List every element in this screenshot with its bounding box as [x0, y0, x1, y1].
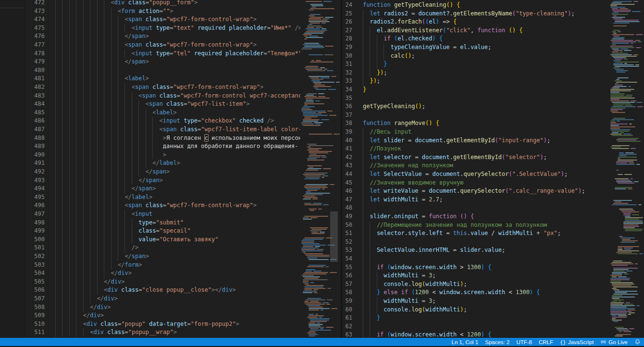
code-line[interactable]: <span class="wpcf7-form-control wpcf7-ac… [55, 92, 341, 100]
code-line[interactable]: } [363, 60, 644, 69]
code-line[interactable] [363, 255, 644, 263]
code-line[interactable]: </span> [55, 176, 341, 185]
code-line[interactable]: </span> [55, 58, 341, 66]
scrollbar-slider[interactable] [330, 211, 338, 262]
code-line[interactable]: if (el.checked) { [363, 35, 644, 43]
line-number[interactable]: 56 [342, 272, 352, 280]
line-number[interactable]: 476 [25, 32, 45, 41]
line-number[interactable]: 29 [342, 43, 352, 52]
line-number[interactable]: 57 [342, 280, 352, 289]
code-line[interactable]: selector.style.left = this.value / width… [363, 229, 644, 238]
code-line[interactable]: <form action=""> [55, 7, 341, 16]
line-number[interactable]: 27 [342, 26, 352, 35]
line-number[interactable]: 30 [342, 52, 352, 61]
code-line[interactable]: //Позунок [363, 145, 644, 153]
line-number[interactable]: 35 [342, 94, 352, 103]
code-line[interactable]: <span class="wpcf7-form-control-wrap"> [55, 15, 341, 24]
code-line[interactable]: console.log(widthMulti); [363, 306, 644, 314]
line-number[interactable]: 45 [342, 179, 352, 187]
code-line[interactable]: </span> [55, 185, 341, 193]
line-number[interactable]: 48 [342, 204, 352, 212]
code-line[interactable] [363, 322, 644, 331]
code-line[interactable]: radios2.forEach((el) => { [363, 18, 644, 26]
code-line[interactable]: value="Оставить завяку" [55, 235, 341, 244]
code-line[interactable]: class="specail" [55, 227, 341, 235]
line-number[interactable]: 47 [342, 196, 352, 204]
line-number[interactable]: 486 [25, 117, 45, 125]
line-number[interactable]: 491 [25, 159, 45, 168]
line-number[interactable]: 50 [342, 221, 352, 230]
code-line[interactable]: function rangeMove() { [363, 119, 644, 128]
line-number[interactable]: 28 [342, 35, 352, 43]
line-number[interactable]: 489 [25, 142, 45, 151]
code-line[interactable]: <div class="popup__wrap"> [55, 328, 341, 337]
status-cursor-position[interactable]: Ln 1, Col 1 [448, 338, 482, 346]
line-number[interactable]: 37 [342, 111, 352, 120]
line-number[interactable]: 497 [25, 210, 45, 219]
minimap[interactable] [300, 0, 341, 338]
code-line[interactable]: } [363, 86, 644, 94]
code-line[interactable] [363, 238, 644, 247]
line-number[interactable]: 49 [342, 212, 352, 221]
line-number[interactable]: 53 [342, 246, 352, 255]
line-number[interactable]: 36 [342, 102, 352, 111]
code-line[interactable] [55, 66, 341, 75]
code-line[interactable]: </div> [55, 278, 341, 286]
line-number[interactable]: 39 [342, 128, 352, 136]
notifications-bell[interactable] [631, 338, 644, 346]
code-line[interactable]: <input type="text" required placeholder=… [55, 24, 341, 33]
code-line[interactable]: el.addEventListener("click", function ()… [363, 26, 644, 35]
code-line[interactable]: if (window.screen.width > 1300) { [363, 263, 644, 272]
line-number[interactable]: 482 [25, 83, 45, 92]
line-number[interactable]: 499 [25, 227, 45, 235]
code-line[interactable]: calc(); [363, 52, 644, 61]
code-line[interactable]: /> [55, 244, 341, 252]
code-line[interactable]: //Значение над ползунком [363, 161, 644, 170]
code-line[interactable]: let SelectValue = document.querySelector… [363, 170, 644, 179]
line-number[interactable]: 472 [25, 0, 45, 7]
code-line[interactable]: <div class="popup__form"> [55, 0, 341, 7]
line-number[interactable]: 51 [342, 229, 352, 238]
line-number[interactable]: 63 [342, 331, 352, 338]
code-line[interactable]: slider.oninput = function () { [363, 212, 644, 221]
code-line[interactable]: typeCleaningValue = el.value; [363, 43, 644, 52]
line-number[interactable]: 60 [342, 306, 352, 314]
line-number[interactable]: 52 [342, 238, 352, 247]
code-line[interactable]: <span class="wpcf7-form-control-wrap"> [55, 83, 341, 92]
code-line[interactable]: }); [363, 77, 644, 86]
line-number[interactable]: 478 [25, 50, 45, 58]
code-line[interactable] [363, 111, 644, 120]
code-line[interactable]: <span class="wpcf7-form-control-wrap"> [55, 201, 341, 210]
line-number[interactable]: 25 [342, 10, 352, 18]
line-number[interactable]: 488 [25, 134, 45, 143]
line-number[interactable]: 38 [342, 119, 352, 128]
line-number[interactable]: 42 [342, 153, 352, 162]
status-encoding[interactable]: UTF-8 [513, 338, 535, 346]
code-line[interactable]: let slider = document.getElementById("in… [363, 136, 644, 145]
line-number[interactable]: 496 [25, 201, 45, 210]
code-line[interactable]: </div> [55, 303, 341, 312]
line-number[interactable]: 54 [342, 255, 352, 263]
line-number[interactable]: 43 [342, 161, 352, 170]
code-line[interactable]: //Значение вводимое вручную [363, 179, 644, 187]
code-line[interactable]: </div> [55, 311, 341, 320]
code-line[interactable]: <div class="popup" data-target="form-pop… [55, 320, 341, 329]
line-number[interactable]: 475 [25, 24, 45, 33]
code-line[interactable]: //Весь input [363, 128, 644, 136]
line-number[interactable]: 32 [342, 69, 352, 77]
line-number[interactable]: 479 [25, 58, 45, 66]
line-number[interactable]: 62 [342, 322, 352, 331]
code-line[interactable]: getTypeCleaning(); [363, 102, 644, 111]
code-line[interactable]: function getTypeCleaning() { [363, 1, 644, 10]
code-line[interactable]: </form> [55, 261, 341, 270]
editor-group-right[interactable]: 24function getTypeCleaning() {25let radi… [342, 0, 644, 338]
code-line[interactable]: <input [55, 210, 341, 219]
line-number[interactable]: 61 [342, 314, 352, 322]
line-number[interactable]: 480 [25, 66, 45, 75]
line-number[interactable]: 507 [25, 295, 45, 303]
code-line[interactable]: } else if (1200 < window.screen.width < … [363, 288, 644, 297]
code-line[interactable]: let writeValue = document.querySelector(… [363, 187, 644, 196]
line-number[interactable]: 34 [342, 86, 352, 94]
line-number[interactable]: 495 [25, 193, 45, 202]
line-number[interactable]: 505 [25, 278, 45, 286]
